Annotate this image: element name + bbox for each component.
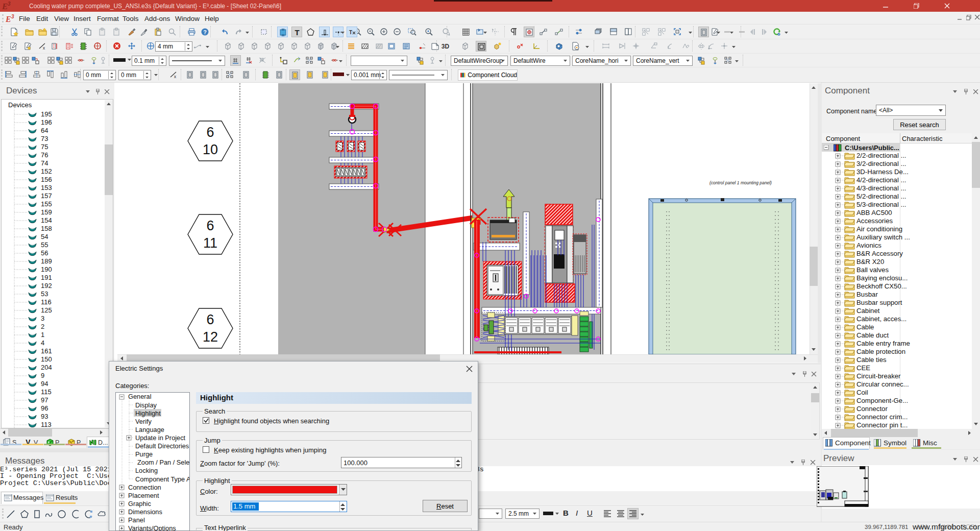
svg-text:B&R Accessory: B&R Accessory [856, 250, 903, 257]
svg-text:Circular connec...: Circular connec... [856, 380, 909, 388]
svg-text:154: 154 [41, 216, 52, 224]
svg-text:B&R X20: B&R X20 [856, 258, 884, 266]
svg-text:56: 56 [41, 249, 48, 257]
svg-text:Highlight: Highlight [135, 409, 161, 417]
svg-text:3/2-directional ...: 3/2-directional ... [856, 160, 906, 167]
svg-text:Baying enclosu...: Baying enclosu... [856, 274, 908, 282]
svg-text:115: 115 [41, 388, 52, 396]
svg-text:53: 53 [41, 290, 48, 298]
svg-text:Zoom / Pan / Select: Zoom / Pan / Select [137, 458, 189, 466]
svg-text:Beckhoff CX50...: Beckhoff CX50... [856, 282, 907, 290]
svg-text:Cable entry frame: Cable entry frame [856, 340, 910, 347]
svg-text:Placement: Placement [128, 492, 159, 499]
svg-text:Component Type Attril: Component Type Attril [135, 475, 189, 483]
svg-text:x: x [174, 74, 177, 79]
svg-text:Component-Ge...: Component-Ge... [856, 397, 908, 404]
svg-text:Auxiliary switch ...: Auxiliary switch ... [856, 233, 910, 241]
svg-text:4/2-directional ...: 4/2-directional ... [856, 176, 906, 184]
svg-text:Cable duct: Cable duct [856, 331, 889, 339]
svg-text:(control panel 1 mounting pane: (control panel 1 mounting panel) [709, 180, 772, 185]
svg-text:155: 155 [41, 200, 52, 208]
svg-text:5/3-directional ...: 5/3-directional ... [856, 201, 906, 208]
svg-text:190: 190 [41, 266, 52, 273]
svg-text:195: 195 [41, 110, 52, 118]
svg-text:189: 189 [41, 257, 52, 265]
svg-text:64: 64 [41, 127, 48, 134]
svg-text:Cable ties: Cable ties [856, 356, 887, 364]
svg-text:9: 9 [41, 372, 44, 379]
svg-text:Connector crim...: Connector crim... [856, 413, 908, 421]
svg-text:Connector: Connector [856, 405, 888, 413]
svg-text:2: 2 [41, 323, 44, 330]
svg-text:E: E [5, 15, 11, 23]
svg-text:74: 74 [41, 159, 48, 167]
svg-text:ABB AC500: ABB AC500 [856, 209, 892, 216]
svg-text:Cabinet: Cabinet [856, 307, 880, 315]
svg-text:10: 10 [203, 142, 218, 157]
svg-text:Display: Display [135, 401, 157, 409]
svg-text:E: E [2, 2, 8, 11]
svg-text:Air conditioning: Air conditioning [856, 225, 902, 233]
svg-text:3D-Harness De...: 3D-Harness De... [856, 168, 909, 176]
svg-text:3: 3 [41, 315, 44, 322]
svg-text:6: 6 [206, 218, 214, 233]
svg-text:11: 11 [203, 235, 217, 251]
svg-text:159: 159 [41, 208, 52, 216]
svg-text:Cable: Cable [856, 323, 874, 331]
svg-text:152: 152 [41, 167, 52, 175]
svg-text:Busbar support: Busbar support [856, 299, 902, 306]
svg-text:Accessories: Accessories [856, 217, 893, 225]
svg-text:Verify: Verify [135, 418, 152, 425]
svg-text:97: 97 [41, 396, 48, 404]
svg-text:?: ? [203, 29, 207, 35]
svg-text:196: 196 [41, 118, 52, 126]
svg-text:3D: 3D [442, 43, 450, 50]
svg-text:153: 153 [41, 184, 52, 191]
svg-text:Language: Language [135, 426, 164, 433]
svg-text:Busbar: Busbar [856, 291, 878, 298]
svg-text:204: 204 [41, 364, 52, 371]
svg-text:Update in Project: Update in Project [135, 434, 186, 442]
svg-text:Panel: Panel [128, 516, 145, 524]
svg-text:93: 93 [41, 413, 48, 420]
svg-text:Cable protection: Cable protection [856, 348, 905, 355]
svg-text:6: 6 [206, 312, 214, 327]
svg-text:T: T [349, 30, 352, 35]
svg-text:156: 156 [41, 176, 52, 183]
svg-text:113: 113 [41, 421, 52, 428]
svg-text:116: 116 [41, 298, 52, 306]
svg-text:Coil: Coil [856, 389, 868, 396]
svg-text:Cabinet, acces...: Cabinet, acces... [856, 315, 906, 323]
svg-text:3: 3 [8, 1, 11, 7]
svg-text:6: 6 [206, 125, 214, 140]
svg-text:73: 73 [41, 135, 48, 142]
svg-text:150: 150 [41, 355, 52, 363]
svg-text:1: 1 [41, 331, 44, 339]
svg-text:157: 157 [41, 192, 52, 200]
svg-text:94: 94 [41, 380, 48, 388]
svg-text:Ball valves: Ball valves [856, 266, 889, 274]
svg-text:55: 55 [41, 241, 48, 249]
svg-text:Connection: Connection [128, 484, 161, 491]
svg-text:x: x [43, 45, 45, 51]
svg-text:Locking: Locking [135, 467, 158, 474]
svg-text:2/2-directional ...: 2/2-directional ... [856, 152, 906, 159]
svg-text:54: 54 [41, 233, 48, 240]
svg-text:158: 158 [41, 225, 52, 232]
svg-text:75: 75 [41, 143, 48, 151]
svg-text:Avionics: Avionics [856, 242, 881, 249]
svg-text:3: 3 [11, 14, 14, 19]
svg-text:4: 4 [41, 339, 44, 347]
svg-text:Dimensions: Dimensions [128, 508, 162, 516]
svg-text:Default Directories: Default Directories [135, 442, 189, 450]
svg-text:Graphic: Graphic [128, 500, 151, 508]
svg-text:Purge: Purge [135, 450, 153, 458]
svg-text:4/3-directional ...: 4/3-directional ... [856, 184, 906, 192]
svg-text:76: 76 [41, 151, 48, 159]
svg-text:125: 125 [41, 306, 52, 314]
svg-text:T: T [295, 28, 299, 37]
svg-text:Variants/Options: Variants/Options [128, 524, 176, 530]
svg-text:Circuit-breaker: Circuit-breaker [856, 372, 901, 380]
svg-text:CEE: CEE [856, 364, 870, 372]
svg-text:General: General [128, 393, 152, 400]
